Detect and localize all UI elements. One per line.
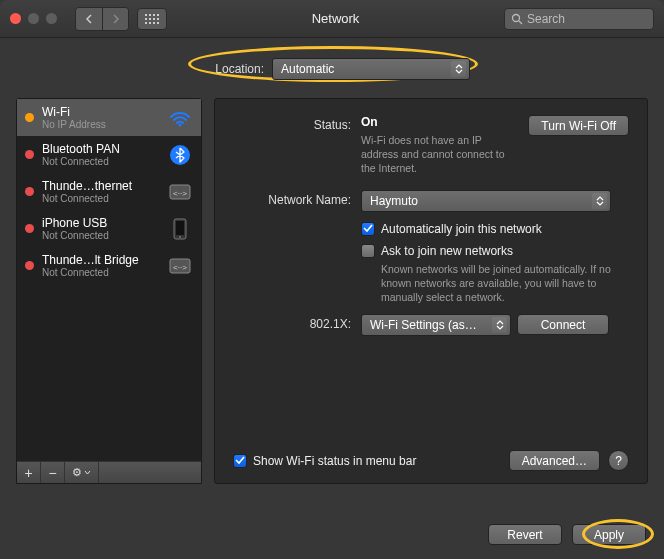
status-dot-icon: [25, 261, 34, 270]
service-name: Wi-Fi: [42, 105, 159, 119]
gear-icon: ⚙︎: [72, 466, 82, 479]
service-name: iPhone USB: [42, 216, 159, 230]
service-iphone-usb[interactable]: iPhone USB Not Connected: [17, 210, 201, 247]
svg-rect-0: [145, 14, 147, 16]
svg-point-20: [179, 236, 181, 238]
dot1x-value: Wi-Fi Settings (as…: [370, 318, 477, 332]
svg-rect-19: [176, 221, 184, 235]
bluetooth-icon: [167, 144, 193, 166]
status-label: Status:: [233, 115, 351, 132]
bottom-buttons: Revert Apply: [488, 524, 646, 545]
service-name: Bluetooth PAN: [42, 142, 159, 156]
zoom-window-button[interactable]: [46, 13, 57, 24]
status-value: On: [361, 115, 518, 129]
svg-rect-2: [153, 14, 155, 16]
svg-rect-9: [149, 22, 151, 24]
ask-join-label: Ask to join new networks: [381, 244, 513, 258]
ethernet-icon: <··>: [167, 255, 193, 277]
service-bluetooth-pan[interactable]: Bluetooth PAN Not Connected: [17, 136, 201, 173]
service-sub: Not Connected: [42, 230, 159, 241]
iphone-icon: [167, 218, 193, 240]
status-dot-icon: [25, 187, 34, 196]
service-name: Thunde…lt Bridge: [42, 253, 159, 267]
service-sub: Not Connected: [42, 267, 159, 278]
location-label: Location:: [194, 62, 264, 76]
svg-rect-10: [153, 22, 155, 24]
svg-text:<··>: <··>: [173, 189, 187, 198]
apply-button[interactable]: Apply: [572, 524, 646, 545]
forward-button[interactable]: [102, 8, 128, 30]
dot1x-label: 802.1X:: [233, 314, 351, 331]
network-name-select[interactable]: Haymuto: [361, 190, 611, 212]
svg-rect-3: [157, 14, 159, 16]
svg-rect-4: [145, 18, 147, 20]
svg-point-12: [513, 14, 520, 21]
svg-rect-6: [153, 18, 155, 20]
services-sidebar: Wi-Fi No IP Address Bluetooth PAN Not Co…: [16, 98, 202, 484]
ask-join-note: Known networks will be joined automatica…: [381, 262, 621, 305]
service-sub: Not Connected: [42, 156, 159, 167]
add-service-button[interactable]: +: [17, 462, 41, 483]
ethernet-icon: <··>: [167, 181, 193, 203]
auto-join-checkbox[interactable]: [361, 222, 375, 236]
revert-button[interactable]: Revert: [488, 524, 562, 545]
menubar-label: Show Wi-Fi status in menu bar: [253, 454, 416, 468]
location-value: Automatic: [281, 62, 334, 76]
svg-rect-7: [157, 18, 159, 20]
search-placeholder: Search: [527, 12, 565, 26]
svg-line-13: [519, 21, 522, 24]
dot1x-connect-button[interactable]: Connect: [517, 314, 609, 335]
auto-join-label: Automatically join this network: [381, 222, 542, 236]
back-button[interactable]: [76, 8, 102, 30]
window-title: Network: [175, 11, 496, 26]
service-actions-button[interactable]: ⚙︎: [65, 462, 99, 483]
network-name-value: Haymuto: [370, 194, 418, 208]
checkmark-icon: [235, 456, 245, 465]
menubar-checkbox-row: Show Wi-Fi status in menu bar: [233, 454, 416, 468]
svg-rect-8: [145, 22, 147, 24]
minimize-window-button[interactable]: [28, 13, 39, 24]
chevron-updown-icon: [492, 317, 507, 333]
close-window-button[interactable]: [10, 13, 21, 24]
service-wifi[interactable]: Wi-Fi No IP Address: [17, 99, 201, 136]
help-button[interactable]: ?: [608, 450, 629, 471]
service-sub: No IP Address: [42, 119, 159, 130]
service-thunderbolt-bridge[interactable]: Thunde…lt Bridge Not Connected <··>: [17, 247, 201, 284]
service-thunderbolt-ethernet[interactable]: Thunde…thernet Not Connected <··>: [17, 173, 201, 210]
search-field[interactable]: Search: [504, 8, 654, 30]
menubar-checkbox[interactable]: [233, 454, 247, 468]
dot1x-select[interactable]: Wi-Fi Settings (as…: [361, 314, 511, 336]
location-row: Location: Automatic: [16, 52, 648, 86]
titlebar: Network Search: [0, 0, 664, 38]
chevron-updown-icon: [592, 193, 607, 209]
auto-join-checkbox-row: Automatically join this network: [361, 222, 629, 236]
advanced-button[interactable]: Advanced…: [509, 450, 600, 471]
checkmark-icon: [363, 224, 373, 233]
svg-point-14: [179, 123, 182, 126]
services-list: Wi-Fi No IP Address Bluetooth PAN Not Co…: [17, 99, 201, 461]
status-dot-icon: [25, 113, 34, 122]
service-name: Thunde…thernet: [42, 179, 159, 193]
svg-rect-11: [157, 22, 159, 24]
location-select[interactable]: Automatic: [272, 58, 470, 80]
detail-panel: Status: On Wi-Fi does not have an IP add…: [214, 98, 648, 484]
show-all-button[interactable]: [137, 8, 167, 30]
svg-rect-5: [149, 18, 151, 20]
ask-join-checkbox-row: Ask to join new networks: [361, 244, 629, 258]
chevron-down-icon: [84, 470, 91, 475]
chevron-updown-icon: [451, 61, 466, 77]
status-dot-icon: [25, 150, 34, 159]
wifi-toggle-button[interactable]: Turn Wi-Fi Off: [528, 115, 629, 136]
nav-back-forward: [75, 7, 129, 31]
svg-rect-1: [149, 14, 151, 16]
status-dot-icon: [25, 224, 34, 233]
service-sub: Not Connected: [42, 193, 159, 204]
ask-join-checkbox[interactable]: [361, 244, 375, 258]
remove-service-button[interactable]: −: [41, 462, 65, 483]
svg-text:<··>: <··>: [173, 263, 187, 272]
status-note: Wi-Fi does not have an IP address and ca…: [361, 133, 518, 176]
traffic-lights: [10, 13, 57, 24]
wifi-icon: [167, 107, 193, 129]
search-icon: [511, 13, 523, 25]
network-name-label: Network Name:: [233, 190, 351, 207]
